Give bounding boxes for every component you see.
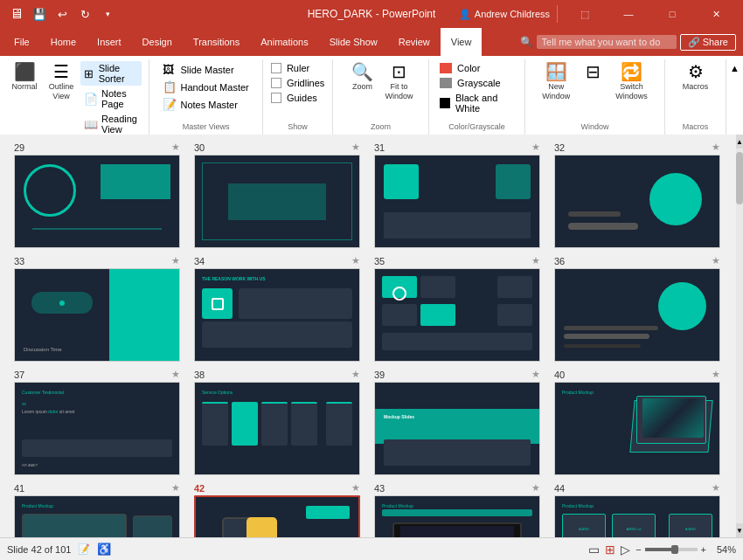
tab-view[interactable]: View [441, 28, 483, 56]
tab-review[interactable]: Review [388, 28, 441, 56]
zoom-handle[interactable] [671, 545, 678, 554]
color-swatch [440, 63, 452, 73]
customize-quick-access[interactable]: ▾ [98, 4, 117, 24]
slide-44-star[interactable]: ★ [712, 482, 720, 494]
slide-33-star[interactable]: ★ [171, 255, 180, 266]
tab-insert[interactable]: Insert [87, 28, 132, 56]
macros-button[interactable]: ⚙ Macros [678, 61, 713, 93]
slide-cell-29: 29 ★ [14, 142, 180, 248]
slide-30-thumb[interactable] [194, 155, 360, 248]
tab-home[interactable]: Home [40, 28, 87, 56]
slide-35-thumb[interactable] [374, 268, 540, 362]
ribbon-collapse[interactable]: ▲ [726, 59, 743, 135]
minimize-button[interactable]: — [608, 0, 649, 28]
normal-view-button[interactable]: ⬛ Normal [7, 61, 42, 93]
sorter-view-status-button[interactable]: ⊞ [603, 541, 617, 558]
bw-button[interactable]: Black and White [436, 91, 517, 115]
slide-33-thumb[interactable]: Discussion Time [14, 268, 180, 362]
slide-42-thumb[interactable]: Are you ready to your Imagine your Busin… [194, 495, 360, 537]
slide-38-star[interactable]: ★ [351, 369, 360, 380]
slide-34-star[interactable]: ★ [351, 255, 360, 266]
reading-view-status-button[interactable]: ▷ [619, 541, 632, 558]
slide-32-number: 32 [554, 142, 565, 153]
tab-slideshow[interactable]: Slide Show [319, 28, 388, 56]
ruler-checkbox[interactable]: Ruler [267, 61, 328, 75]
maximize-button[interactable]: □ [652, 0, 692, 28]
slide-31-star[interactable]: ★ [531, 142, 540, 153]
new-window-button[interactable]: 🪟 NewWindow [538, 61, 573, 103]
slide-39-star[interactable]: ★ [531, 369, 540, 380]
zoom-out-button[interactable]: − [635, 544, 641, 555]
color-button[interactable]: Color [436, 61, 517, 75]
slide-cell-32: 32 ★ [554, 142, 720, 248]
accessibility-icon[interactable]: ♿ [97, 543, 111, 556]
search-input[interactable] [537, 35, 677, 49]
user-info: 👤 Andrew Childress [459, 9, 550, 20]
grayscale-button[interactable]: Grayscale [436, 76, 517, 90]
slide-41-thumb[interactable]: Product Mockup LOREM IPSUM DOLOR SIT AME… [14, 495, 180, 537]
slide-31-thumb[interactable] [374, 155, 540, 248]
tab-file[interactable]: File [3, 28, 40, 56]
slide-37-thumb[interactable]: Customer Testimonial " Lorem ipsum dolor… [14, 382, 180, 475]
slide-37-star[interactable]: ★ [171, 369, 180, 380]
arrange-all-button[interactable]: ⊟ [575, 61, 610, 84]
guides-checkbox[interactable]: Guides [267, 91, 328, 105]
zoom-icon: 🔍 [351, 63, 373, 80]
slide-39-thumb[interactable]: Mockup Slides [374, 382, 540, 475]
scrollbar-down[interactable]: ▼ [736, 523, 743, 537]
slide-master-label: Slide Master [180, 65, 233, 75]
notes-icon[interactable]: 📝 [78, 543, 90, 555]
slide-sorter[interactable]: 29 ★ 30 ★ [0, 135, 736, 537]
slide-38-thumb[interactable]: Service Options [194, 382, 360, 475]
slide-40-thumb[interactable]: Product Mockup [554, 382, 720, 475]
restore-button[interactable]: ⬚ [565, 0, 605, 28]
notes-page-button[interactable]: 📄 Notes Page [80, 86, 142, 111]
slide-31-number: 31 [374, 142, 385, 153]
tab-design[interactable]: Design [132, 28, 183, 56]
slide-master-button[interactable]: 🖼 Slide Master [159, 61, 252, 78]
close-button[interactable]: ✕ [696, 0, 736, 28]
macros-group: ⚙ Macros Macros [665, 59, 726, 135]
save-button[interactable]: 💾 [30, 4, 49, 24]
slide-29-thumb[interactable] [14, 155, 180, 248]
share-button[interactable]: 🔗 Share [680, 34, 736, 51]
slide-32-star[interactable]: ★ [712, 142, 720, 153]
notes-master-button[interactable]: 📝 Notes Master [159, 96, 252, 113]
scrollbar-track[interactable]: ▲ ▼ [736, 135, 743, 537]
slide-44-thumb[interactable]: Product Mockup A4BIO A4BIO v2 A4BIO [554, 495, 720, 537]
reading-view-button[interactable]: 📖 Reading View [80, 112, 142, 136]
undo-button[interactable]: ↩ [52, 4, 72, 24]
slide-35-star[interactable]: ★ [531, 255, 540, 266]
normal-view-status-button[interactable]: ▭ [587, 541, 601, 558]
master-stack: 🖼 Slide Master 📋 Handout Master 📝 Notes … [159, 61, 252, 113]
slide-36-star[interactable]: ★ [712, 255, 720, 266]
slide-29-star[interactable]: ★ [171, 142, 180, 153]
gridlines-checkbox[interactable]: Gridlines [267, 76, 328, 90]
slide-40-star[interactable]: ★ [712, 369, 720, 380]
slide-34-thumb[interactable]: THE REASON WORK WITH US [194, 268, 360, 362]
slide-cell-36: 36 ★ [554, 255, 720, 362]
slide-sorter-button[interactable]: ⊞ Slide Sorter [80, 61, 142, 86]
zoom-button[interactable]: 🔍 Zoom [345, 61, 380, 93]
slide-cell-30: 30 ★ [194, 142, 360, 248]
outline-view-button[interactable]: ☰ OutlineView [44, 61, 79, 103]
slide-43-star[interactable]: ★ [531, 482, 540, 494]
slide-30-star[interactable]: ★ [351, 142, 360, 153]
redo-button[interactable]: ↻ [75, 4, 94, 24]
fit-window-button[interactable]: ⊡ Fit toWindow [382, 61, 417, 103]
scrollbar-thumb[interactable] [736, 152, 743, 204]
handout-master-button[interactable]: 📋 Handout Master [159, 79, 252, 95]
slide-43-thumb[interactable]: Product Mockup [374, 495, 540, 537]
slide-42-star[interactable]: ★ [351, 482, 360, 494]
tab-transitions[interactable]: Transitions [183, 28, 250, 56]
slide-32-thumb[interactable] [554, 155, 720, 248]
scrollbar-up[interactable]: ▲ [736, 135, 743, 149]
slide-41-star[interactable]: ★ [171, 482, 180, 494]
zoom-in-button[interactable]: + [701, 544, 706, 555]
tab-animations[interactable]: Animations [250, 28, 318, 56]
slide-36-thumb[interactable] [554, 268, 720, 362]
zoom-slider[interactable] [645, 548, 698, 551]
switch-windows-button[interactable]: 🔁 SwitchWindows [612, 61, 651, 103]
slide-36-content [555, 269, 719, 361]
zoom-percent[interactable]: 54% [710, 544, 736, 555]
